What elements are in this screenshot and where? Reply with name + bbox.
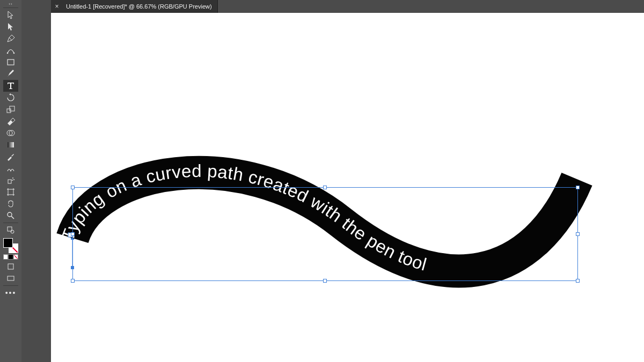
zoom-tool[interactable]: [3, 210, 18, 221]
svg-rect-2: [8, 60, 14, 65]
separator: [3, 223, 18, 223]
pen-tool[interactable]: [3, 33, 18, 45]
swap-icon: [6, 226, 15, 234]
rectangle-icon: [6, 58, 15, 67]
hand-tool[interactable]: [3, 198, 18, 210]
separator: [3, 285, 18, 286]
spray-icon: [6, 176, 15, 184]
edit-toolbar[interactable]: •••: [3, 287, 18, 299]
pen-icon: [6, 34, 15, 43]
gradient-tool[interactable]: [3, 139, 18, 151]
doc-gutter: [21, 0, 51, 362]
eyedropper-tool[interactable]: [3, 151, 18, 162]
fill-stroke-swatch[interactable]: [3, 238, 18, 253]
cursor-icon: [6, 11, 15, 19]
hand-icon: [6, 200, 15, 208]
close-tab-button[interactable]: ×: [51, 0, 63, 13]
screen-mode[interactable]: [3, 272, 18, 284]
gradient-icon: [6, 141, 15, 149]
resize-handle-se[interactable]: [576, 279, 580, 283]
svg-rect-12: [8, 189, 13, 195]
toggle-fill-stroke[interactable]: [3, 224, 18, 236]
svg-rect-17: [8, 276, 14, 280]
document-tab-bar: × Untitled-1 [Recovered]* @ 66.67% (RGB/…: [51, 0, 644, 13]
svg-point-9: [12, 178, 13, 179]
canvas[interactable]: Typing on a curved path created with the…: [51, 13, 644, 362]
symbol-sprayer-tool[interactable]: [3, 174, 18, 186]
svg-rect-8: [8, 180, 11, 183]
svg-point-0: [7, 53, 9, 54]
svg-point-1: [13, 53, 15, 54]
scale-tool[interactable]: [3, 104, 18, 115]
shape-builder-tool[interactable]: [3, 127, 18, 139]
panel-expand-grip[interactable]: ››: [0, 1, 21, 6]
shapebuilder-icon: [6, 129, 15, 137]
resize-handle-sw[interactable]: [71, 279, 75, 283]
svg-point-15: [11, 230, 14, 233]
document-tab[interactable]: × Untitled-1 [Recovered]* @ 66.67% (RGB/…: [51, 0, 218, 13]
draw-mode-normal[interactable]: [3, 261, 18, 272]
rectangle-tool[interactable]: [3, 56, 18, 68]
cursor-solid-icon: [6, 23, 15, 31]
brush-icon: [6, 70, 15, 78]
blend-tool[interactable]: [3, 162, 18, 174]
main-area: × Untitled-1 [Recovered]* @ 66.67% (RGB/…: [51, 0, 644, 362]
blend-icon: [6, 164, 15, 173]
curvature-tool[interactable]: [3, 45, 18, 56]
curvature-icon: [6, 46, 15, 55]
tool-panel: ››: [0, 0, 21, 362]
zoom-icon: [6, 211, 15, 220]
color-mode-gradient[interactable]: [8, 254, 13, 260]
app-root: ››: [0, 0, 644, 362]
color-mode-none[interactable]: [13, 254, 18, 260]
color-mode-solid[interactable]: [3, 254, 8, 260]
eyedropper-icon: [6, 152, 15, 161]
more-icon: •••: [5, 289, 17, 297]
resize-handle-ne[interactable]: [576, 186, 580, 189]
resize-handle-nw[interactable]: [71, 186, 75, 189]
svg-point-11: [12, 180, 13, 181]
drawmode-icon: [6, 262, 15, 271]
type-tool[interactable]: [3, 80, 18, 92]
svg-rect-7: [8, 142, 14, 147]
screenmode-icon: [6, 274, 15, 283]
resize-handle-w[interactable]: [71, 232, 75, 236]
document-tab-title: Untitled-1 [Recovered]* @ 66.67% (RGB/GP…: [66, 3, 212, 10]
paintbrush-tool[interactable]: [3, 68, 18, 80]
direct-selection-tool[interactable]: [3, 21, 18, 33]
rotate-icon: [6, 93, 15, 102]
artboard-icon: [6, 188, 15, 196]
selection-tool[interactable]: [3, 9, 18, 21]
artboard-tool[interactable]: [3, 186, 18, 198]
resize-handle-e[interactable]: [576, 232, 580, 236]
svg-rect-16: [8, 264, 13, 269]
resize-handle-n[interactable]: [323, 186, 327, 189]
svg-point-13: [8, 212, 12, 217]
eraser-icon: [6, 117, 15, 125]
svg-point-10: [13, 179, 14, 180]
selection-bounding-box[interactable]: [72, 187, 578, 281]
separator: [3, 8, 18, 8]
fill-color[interactable]: [3, 238, 13, 248]
eraser-tool[interactable]: [3, 115, 18, 127]
color-mode-row: [3, 254, 18, 261]
scale-icon: [6, 105, 15, 114]
resize-handle-s[interactable]: [323, 279, 327, 283]
rotate-tool[interactable]: [3, 92, 18, 104]
type-icon: [6, 82, 15, 90]
